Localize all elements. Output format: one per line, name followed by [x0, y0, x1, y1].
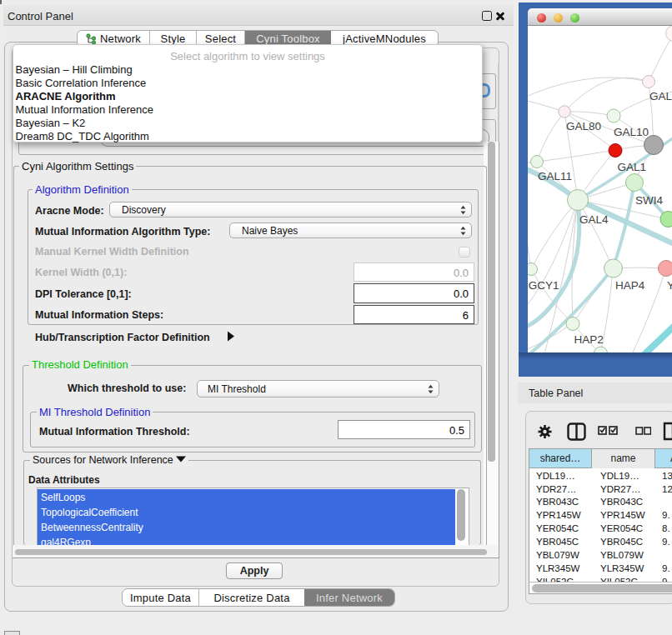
svg-text:GAL7: GAL7 [649, 90, 672, 102]
svg-text:GAL11: GAL11 [538, 170, 572, 182]
svg-text:GCY1: GCY1 [529, 279, 559, 292]
svg-text:Y: Y [667, 279, 672, 292]
svg-text:GAL1: GAL1 [618, 161, 647, 173]
svg-text:HAP2: HAP2 [574, 333, 604, 346]
svg-text:SWI4: SWI4 [635, 194, 663, 207]
svg-text:GAL10: GAL10 [614, 126, 649, 138]
svg-text:HAP4: HAP4 [615, 279, 645, 292]
svg-text:GAL4: GAL4 [579, 213, 609, 226]
svg-text:GAL80: GAL80 [566, 120, 601, 132]
